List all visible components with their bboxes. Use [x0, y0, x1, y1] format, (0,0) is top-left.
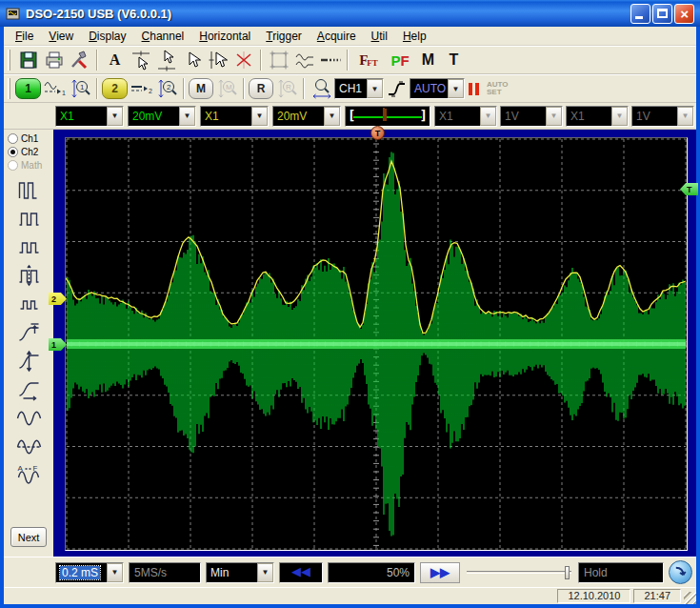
- settings-tools-button[interactable]: [67, 48, 92, 72]
- chevron-down-icon[interactable]: ▼: [107, 107, 123, 126]
- math-tool-button[interactable]: M: [415, 48, 441, 72]
- attenuation-select-0[interactable]: X1▼: [55, 106, 124, 127]
- trigger-slope-button[interactable]: [384, 76, 410, 101]
- square-small-icon: [16, 292, 42, 316]
- timebase-select[interactable]: 0.2 mS ▼: [55, 562, 124, 583]
- scope-display[interactable]: [65, 137, 688, 551]
- sine-wave-button[interactable]: [12, 404, 45, 433]
- square-small-button[interactable]: [12, 290, 45, 318]
- dotted-line-button[interactable]: [317, 48, 343, 72]
- attenuation-value: X1: [201, 107, 251, 126]
- pause-button[interactable]: [465, 83, 483, 95]
- next-button[interactable]: Next: [10, 527, 47, 547]
- math-channel-button[interactable]: M: [189, 78, 213, 99]
- sine-cross-button[interactable]: [12, 433, 45, 461]
- attenuation-select-1[interactable]: 20mV▼: [128, 106, 196, 127]
- attenuation-select-3[interactable]: 20mV▼: [272, 106, 341, 127]
- separator: [303, 78, 305, 99]
- radio-row-ch2[interactable]: Ch2: [4, 145, 53, 158]
- menu-util[interactable]: Util: [364, 28, 395, 45]
- channel1-button[interactable]: 1: [15, 78, 41, 99]
- toolbar-grip[interactable]: [8, 78, 10, 99]
- collapse-panel-button[interactable]: [669, 560, 692, 584]
- ch1-radio[interactable]: [8, 133, 18, 144]
- chevron-down-icon[interactable]: ▼: [257, 563, 273, 582]
- ch2-position-button[interactable]: 2: [128, 76, 153, 101]
- radio-row-math[interactable]: Math: [4, 158, 53, 172]
- menu-file[interactable]: File: [8, 28, 41, 45]
- trigger-time-marker[interactable]: T: [370, 126, 385, 140]
- radio-row-ch1[interactable]: Ch1: [4, 132, 53, 145]
- resize-grip[interactable]: [684, 592, 696, 604]
- print-button[interactable]: [41, 48, 67, 72]
- square-tall-button[interactable]: [12, 175, 45, 204]
- menu-display[interactable]: Display: [81, 28, 133, 45]
- menu-horizontal[interactable]: Horizontal: [191, 28, 258, 45]
- trigger-source-select[interactable]: CH1 ▼: [334, 78, 384, 99]
- cursor-arrow-button[interactable]: [179, 48, 205, 72]
- minimize-button[interactable]: [630, 4, 650, 24]
- toolbar-grip[interactable]: [8, 50, 10, 71]
- sine-af-icon: AF: [16, 463, 42, 488]
- text-label-button[interactable]: T: [441, 48, 467, 72]
- reference-button[interactable]: R: [249, 78, 273, 99]
- rise-right-button[interactable]: [12, 375, 45, 404]
- chevron-down-icon[interactable]: ▼: [251, 107, 268, 126]
- square-wave-button[interactable]: [12, 204, 45, 233]
- chevron-down-icon[interactable]: ▼: [107, 563, 123, 582]
- rise-top-button[interactable]: [12, 318, 45, 347]
- square-low-button[interactable]: [12, 233, 45, 261]
- menu-trigger[interactable]: Trigger: [258, 28, 310, 45]
- text-annotation-button[interactable]: A: [102, 48, 128, 72]
- trigger-time-marker-label: T: [375, 129, 381, 138]
- chevron-down-icon[interactable]: ▼: [367, 79, 383, 98]
- trigger-position-pin[interactable]: [383, 109, 393, 124]
- close-button[interactable]: ×: [674, 4, 694, 24]
- math-vertical-zoom-button[interactable]: M: [213, 76, 239, 101]
- math-radio[interactable]: [8, 160, 18, 171]
- chevron-down-icon[interactable]: ▼: [324, 107, 340, 126]
- channel2-button[interactable]: 2: [102, 78, 128, 99]
- chevron-down-icon[interactable]: ▼: [448, 79, 464, 98]
- menu-view[interactable]: View: [41, 28, 81, 45]
- waveform-display-button[interactable]: [291, 48, 317, 72]
- maximize-button[interactable]: [652, 4, 672, 24]
- pf-label-p: P: [390, 52, 400, 69]
- attenuation-select-2[interactable]: X1▼: [200, 106, 269, 127]
- trigger-position-slider[interactable]: [ ]: [345, 106, 430, 127]
- menu-help[interactable]: Help: [395, 28, 434, 45]
- scroll-left-button[interactable]: ◀◀: [279, 562, 323, 583]
- ch2-radio[interactable]: [8, 147, 18, 157]
- cursor-vline-button[interactable]: [205, 48, 230, 72]
- interpolation-select[interactable]: Min ▼: [206, 562, 274, 583]
- chevron-down-icon[interactable]: ▼: [179, 107, 195, 126]
- ch2-vertical-zoom-button[interactable]: 2: [153, 76, 179, 101]
- cursor-delete-button[interactable]: [230, 48, 256, 72]
- save-button[interactable]: [15, 48, 41, 72]
- ch1-position-button[interactable]: 1: [41, 76, 67, 101]
- ch1-vertical-zoom-button[interactable]: 1: [67, 76, 92, 101]
- autoset-button[interactable]: AUTO SET: [483, 81, 512, 96]
- grid-toggle-button[interactable]: [266, 48, 291, 72]
- svg-text:2: 2: [149, 88, 152, 94]
- horizontal-zoom-button[interactable]: [309, 76, 334, 101]
- square-wave-icon: [16, 206, 42, 231]
- scroll-right-button[interactable]: ▶▶: [420, 562, 460, 583]
- sine-af-button[interactable]: AF: [12, 461, 45, 490]
- cursor-hline-bottom-button[interactable]: [153, 48, 179, 72]
- main-area: Ch1 Ch2 Math AF Next T 2 1: [4, 130, 696, 557]
- ref-vertical-zoom-button[interactable]: R: [273, 76, 299, 101]
- rise-top-icon: [16, 320, 42, 345]
- attenuation-select-7: 1V▼: [631, 106, 694, 127]
- trigger-mode-select[interactable]: AUTO ▼: [410, 78, 465, 99]
- fft-button[interactable]: F FT: [352, 48, 385, 72]
- pass-fail-button[interactable]: P F: [385, 48, 415, 72]
- buffer-scrollbar[interactable]: [465, 562, 573, 583]
- square-cursor-button[interactable]: [12, 261, 45, 290]
- menu-acquire[interactable]: Acquire: [310, 28, 364, 45]
- channel-attenuation-group-disabled: X1▼1V▼X1▼1V▼: [434, 106, 694, 127]
- scrollbar-handle[interactable]: [565, 566, 570, 579]
- menu-channel[interactable]: Channel: [134, 28, 192, 45]
- rise-updown-button[interactable]: [12, 347, 45, 375]
- cursor-hline-top-button[interactable]: [128, 48, 153, 72]
